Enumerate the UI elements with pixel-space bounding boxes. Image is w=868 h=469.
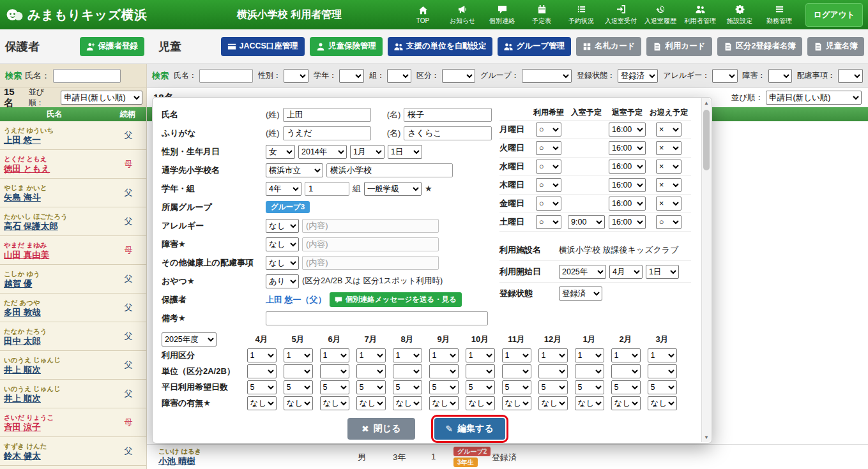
kana-first-input[interactable]	[404, 126, 492, 140]
filter-select-アレルギー[interactable]	[712, 69, 737, 83]
start-year-select[interactable]: 2025年	[559, 265, 606, 279]
guardian-name-link[interactable]: 斉田 涼子	[4, 422, 114, 433]
school-city-select[interactable]: 横浜市立	[266, 163, 323, 177]
use-select[interactable]: ○	[536, 141, 561, 155]
logout-button[interactable]: ログアウト	[805, 3, 863, 27]
heijitsu-days-select-m8[interactable]: 5	[502, 380, 531, 394]
guardian-row[interactable]: さいだ りょうこ斉田 涼子母	[0, 408, 146, 437]
shougai-umu-select-m9[interactable]: なし	[538, 396, 568, 410]
pickup-select[interactable]: ×	[656, 178, 681, 192]
heijitsu-days-select-m3[interactable]: 5	[320, 380, 349, 394]
children-name-search-input[interactable]	[199, 69, 253, 83]
birth-year-select[interactable]: 2014年	[298, 145, 347, 159]
riyou-kubun-select-m7[interactable]: 1	[466, 348, 495, 362]
riyou-kubun-select-m4[interactable]: 1	[356, 348, 386, 362]
shougai-umu-select-m1[interactable]: なし	[247, 396, 277, 410]
use-select[interactable]: ○	[536, 215, 561, 229]
filter-select-登録状態[interactable]: 登録済	[618, 69, 658, 83]
heijitsu-days-select-m10[interactable]: 5	[575, 380, 604, 394]
shougai-umu-select-m10[interactable]: なし	[575, 396, 604, 410]
filter-select-性別[interactable]	[284, 69, 308, 83]
guardian-name-search-input[interactable]	[53, 69, 121, 83]
filter-select-区分[interactable]	[442, 69, 475, 83]
pickup-select[interactable]: ○	[656, 215, 681, 229]
start-month-select[interactable]: 4月	[609, 265, 643, 279]
filter-select-グループ[interactable]	[522, 69, 572, 83]
riyou-kubun-select-m5[interactable]: 1	[393, 348, 422, 362]
close-button[interactable]: ✖ 閉じる	[347, 418, 415, 440]
use-select[interactable]: ○	[536, 178, 561, 192]
tani-kubun-select-m3[interactable]	[320, 364, 349, 378]
scroll-up-icon[interactable]: ▲	[702, 98, 711, 108]
guardian-name-link[interactable]: 山田 真由美	[4, 249, 114, 260]
grade-select[interactable]: 4年	[266, 182, 301, 196]
snack-select[interactable]: あり	[266, 274, 299, 288]
shougai-umu-select-m12[interactable]: なし	[648, 396, 677, 410]
tani-kubun-select-m9[interactable]	[538, 364, 568, 378]
shougai-umu-select-m3[interactable]: なし	[320, 396, 349, 410]
first-name-input[interactable]	[404, 108, 492, 122]
children-button-名札カード[interactable]: 名札カード	[576, 37, 641, 56]
guardian-row[interactable]: ただ あつや多田 敦哉父	[0, 294, 146, 322]
guardian-name-link[interactable]: 上田 悠一	[4, 135, 114, 145]
children-button-児童保険管理[interactable]: 児童保険管理	[310, 37, 383, 56]
shougai-umu-select-m5[interactable]: なし	[393, 396, 422, 410]
guardian-row[interactable]: たかいし ほごたろう高石 保護太郎父	[0, 207, 146, 236]
guardian-row[interactable]: たなか たろう田中 太郎父	[0, 322, 146, 351]
shougai-umu-select-m8[interactable]: なし	[502, 396, 531, 410]
register-guardian-button[interactable]: 保護者登録	[80, 37, 145, 56]
exit-time-select[interactable]: 16:00	[609, 123, 646, 137]
nav-entry-exit-reception[interactable]: 入退室受付	[601, 0, 641, 29]
send-message-button[interactable]: 個別連絡メッセージを送る・見る	[330, 292, 462, 307]
tani-kubun-select-m5[interactable]	[393, 364, 422, 378]
guardian-row[interactable]: うえだ ゆういち上田 悠一父	[0, 121, 146, 150]
riyou-kubun-select-m10[interactable]: 1	[575, 348, 604, 362]
heijitsu-days-select-m1[interactable]: 5	[247, 380, 277, 394]
guardian-row[interactable]: いのうえ じゅんじ井上 順次父	[0, 380, 146, 408]
guardian-name-link[interactable]: 井上 順次	[4, 364, 114, 375]
nav-work-management[interactable]: 勤務管理	[759, 0, 799, 29]
guardian-row[interactable]: こしか ゆう越賀 優父	[0, 265, 146, 294]
school-name-input[interactable]	[326, 163, 453, 177]
tani-kubun-select-m11[interactable]	[611, 364, 641, 378]
guardian-row[interactable]: すずき けんた鈴木 健太父	[0, 437, 146, 466]
nav-top[interactable]: TOP	[403, 0, 443, 29]
shougai-umu-select-m4[interactable]: なし	[356, 396, 386, 410]
disability-select[interactable]: なし	[266, 237, 299, 251]
birth-day-select[interactable]: 1日	[388, 145, 422, 159]
guardian-name-link[interactable]: 鈴木 健太	[4, 450, 114, 461]
pickup-select[interactable]: ×	[656, 197, 681, 211]
nav-individual-contact[interactable]: 個別連絡	[482, 0, 522, 29]
pickup-select[interactable]: ×	[656, 123, 681, 137]
child-row[interactable]: こいけ はるき 小池 晴樹 男 3年 1 グループ23年生 登録済	[147, 444, 868, 469]
riyou-kubun-select-m11[interactable]: 1	[611, 348, 641, 362]
kana-last-input[interactable]	[283, 126, 371, 140]
guardian-row[interactable]: やじま かいと矢島 海斗父	[0, 179, 146, 207]
health-detail-input[interactable]	[302, 256, 439, 270]
exit-time-select[interactable]: 16:00	[609, 215, 646, 229]
exit-time-select[interactable]: 16:00	[609, 160, 646, 174]
heijitsu-days-select-m5[interactable]: 5	[393, 380, 422, 394]
scrollbar-thumb[interactable]	[703, 110, 710, 170]
shougai-umu-select-m7[interactable]: なし	[466, 396, 495, 410]
guardian-link[interactable]: 上田 悠一（父）	[266, 294, 326, 306]
plan-year-select[interactable]: 2025年度	[162, 332, 217, 346]
heijitsu-days-select-m4[interactable]: 5	[356, 380, 386, 394]
heijitsu-days-select-m9[interactable]: 5	[538, 380, 568, 394]
shougai-umu-select-m6[interactable]: なし	[429, 396, 459, 410]
children-button-利用カード[interactable]: 利用カード	[646, 37, 712, 56]
guardian-row[interactable]: いのうえ じゅんじ井上 順次父	[0, 351, 146, 380]
gender-select[interactable]: 女	[266, 145, 295, 159]
heijitsu-days-select-m11[interactable]: 5	[611, 380, 641, 394]
disability-detail-input[interactable]	[302, 237, 439, 251]
exit-time-select[interactable]: 16:00	[609, 197, 646, 211]
heijitsu-days-select-m2[interactable]: 5	[284, 380, 313, 394]
reg-status-select[interactable]: 登録済	[559, 287, 602, 301]
riyou-kubun-select-m6[interactable]: 1	[429, 348, 459, 362]
nav-entry-exit-history[interactable]: 入退室履歴	[641, 0, 680, 29]
allergy-select[interactable]: なし	[266, 219, 299, 233]
guardian-name-link[interactable]: 井上 順次	[4, 393, 114, 404]
guardian-name-link[interactable]: 多田 敦哉	[4, 307, 114, 318]
exit-time-select[interactable]: 16:00	[609, 141, 646, 155]
children-button-児童名簿[interactable]: 児童名簿	[807, 37, 864, 56]
